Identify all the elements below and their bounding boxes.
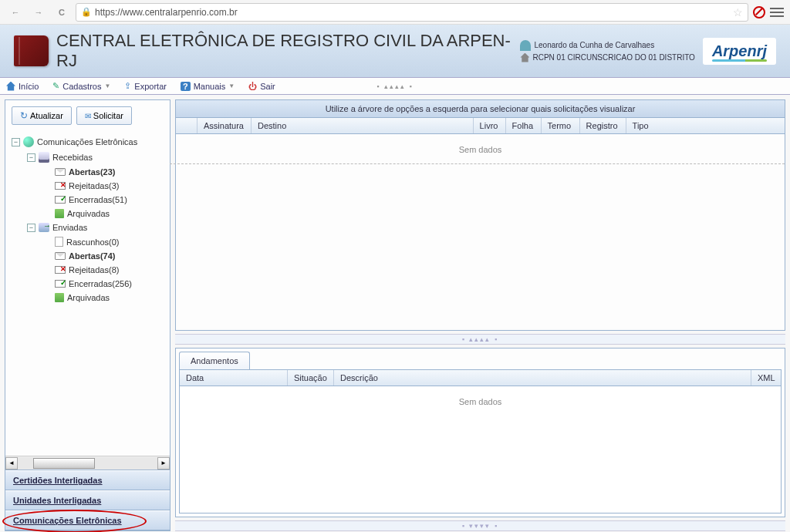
bookmark-star-icon[interactable]: ☆ bbox=[733, 6, 743, 19]
archive-icon bbox=[55, 293, 64, 302]
tab-bar: Andamentos bbox=[176, 348, 785, 369]
blocked-icon[interactable] bbox=[753, 6, 765, 19]
sidebar: ↻Atualizar ✉Solicitar −Comunicações Elet… bbox=[5, 99, 170, 531]
divider bbox=[170, 163, 785, 164]
menu-cadastros[interactable]: ✎Cadastros▼ bbox=[52, 81, 110, 91]
table-headers: Assinatura Destino Livro Folha Termo Reg… bbox=[176, 118, 785, 134]
empty-message: Sem dados bbox=[176, 134, 785, 165]
tree-enviadas-arquivadas[interactable]: Arquivadas bbox=[12, 291, 164, 305]
pencil-icon: ✎ bbox=[52, 81, 59, 91]
scroll-left-button[interactable]: ◄ bbox=[5, 457, 18, 470]
menu-sair[interactable]: ⏻Sair bbox=[248, 82, 275, 91]
splitter-handle[interactable]: ▪ ▴▴▴▴ ▪ bbox=[175, 334, 785, 345]
col-data[interactable]: Data bbox=[180, 370, 288, 386]
reject-icon bbox=[55, 182, 66, 190]
mail-icon bbox=[55, 168, 66, 176]
navigation-tree: −Comunicações Eletrônicas −Recebidas Abe… bbox=[5, 131, 170, 456]
menu-inicio[interactable]: Início bbox=[6, 82, 39, 91]
check-icon bbox=[55, 280, 66, 288]
draft-icon bbox=[55, 237, 63, 247]
detail-headers: Data Situação Descrição XML bbox=[180, 370, 781, 386]
col-folha[interactable]: Folha bbox=[506, 118, 542, 133]
user-icon bbox=[520, 40, 531, 51]
expand-handle[interactable]: ▪ ▴▴▴▴ ▪ bbox=[376, 82, 413, 90]
col-registro[interactable]: Registro bbox=[580, 118, 626, 133]
user-office: RCPN 01 CIRCUNSCRICAO DO 01 DISTRITO bbox=[532, 53, 694, 62]
stack-certidoes[interactable]: Certidões Interligadas bbox=[5, 470, 170, 490]
collapse-icon[interactable]: − bbox=[12, 138, 20, 146]
stack-unidades[interactable]: Unidades Interligadas bbox=[5, 490, 170, 510]
requests-panel: Utilize a árvore de opções a esquerda pa… bbox=[175, 99, 785, 331]
tree-enviadas-abertas[interactable]: Abertas(74) bbox=[12, 249, 164, 263]
collapse-icon[interactable]: − bbox=[27, 153, 35, 162]
col-assinatura[interactable]: Assinatura bbox=[198, 118, 252, 133]
hamburger-menu-icon[interactable] bbox=[770, 8, 784, 17]
back-button[interactable]: ← bbox=[6, 3, 25, 22]
help-icon: ? bbox=[181, 82, 191, 91]
url-text: https://www.centralarpenrio.com.br bbox=[95, 7, 730, 18]
tree-recebidas-abertas[interactable]: Abertas(23) bbox=[12, 165, 164, 179]
col-xml[interactable]: XML bbox=[751, 370, 781, 386]
export-icon: ⇪ bbox=[124, 81, 131, 91]
details-panel: Andamentos Data Situação Descrição XML S… bbox=[175, 348, 785, 517]
tree-enviadas-rejeitadas[interactable]: Rejeitadas(8) bbox=[12, 263, 164, 277]
check-icon bbox=[55, 196, 66, 204]
col-destino[interactable]: Destino bbox=[252, 118, 474, 133]
arpen-logo: Arpenrj bbox=[703, 38, 776, 65]
tree-recebidas-rejeitadas[interactable]: Rejeitadas(3) bbox=[12, 179, 164, 193]
reload-button[interactable]: C bbox=[52, 3, 71, 22]
detail-empty-message: Sem dados bbox=[180, 386, 781, 417]
globe-icon bbox=[23, 136, 34, 147]
tree-root[interactable]: −Comunicações Eletrônicas bbox=[12, 134, 164, 150]
home-icon bbox=[6, 82, 15, 91]
col-descricao[interactable]: Descrição bbox=[334, 370, 751, 386]
scroll-right-button[interactable]: ► bbox=[157, 457, 170, 470]
tree-recebidas-arquivadas[interactable]: Arquivadas bbox=[12, 207, 164, 221]
browser-toolbar: ← → C 🔒 https://www.centralarpenrio.com.… bbox=[0, 0, 790, 25]
stack-comunicacoes[interactable]: Comunicações Eletrônicas bbox=[5, 510, 170, 530]
col-tipo[interactable]: Tipo bbox=[626, 118, 785, 133]
scroll-thumb[interactable] bbox=[33, 458, 95, 469]
reject-icon bbox=[55, 266, 66, 274]
tree-enviadas-encerradas[interactable]: Encerradas(256) bbox=[12, 277, 164, 291]
tree-recebidas-encerradas[interactable]: Encerradas(51) bbox=[12, 193, 164, 207]
refresh-button[interactable]: ↻Atualizar bbox=[12, 106, 72, 125]
menu-bar: Início ✎Cadastros▼ ⇪Exportar ?Manuais▼ ⏻… bbox=[0, 78, 790, 95]
tree-recebidas[interactable]: −Recebidas bbox=[12, 150, 164, 165]
splitter-handle-bottom[interactable]: ▪ ▾▾▾▾ ▪ bbox=[175, 520, 785, 531]
inbox-icon bbox=[39, 152, 49, 163]
col-blank[interactable] bbox=[176, 118, 198, 133]
col-situacao[interactable]: Situação bbox=[288, 370, 334, 386]
panel-instruction: Utilize a árvore de opções a esquerda pa… bbox=[176, 100, 785, 118]
collapse-icon[interactable]: − bbox=[27, 224, 35, 232]
address-bar[interactable]: 🔒 https://www.centralarpenrio.com.br ☆ bbox=[76, 3, 748, 22]
lock-icon: 🔒 bbox=[81, 7, 92, 17]
menu-manuais[interactable]: ?Manuais▼ bbox=[181, 82, 235, 91]
app-header: CENTRAL ELETRÔNICA DE REGISTRO CIVIL DA … bbox=[0, 25, 790, 78]
menu-exportar[interactable]: ⇪Exportar bbox=[124, 81, 167, 91]
tab-content: Data Situação Descrição XML Sem dados bbox=[179, 369, 782, 513]
envelope-icon: ✉ bbox=[85, 112, 91, 120]
col-livro[interactable]: Livro bbox=[474, 118, 506, 133]
horizontal-scrollbar[interactable]: ◄ ► bbox=[5, 456, 170, 470]
power-icon: ⏻ bbox=[248, 82, 257, 91]
tree-enviadas[interactable]: −Enviadas bbox=[12, 221, 164, 234]
archive-icon bbox=[55, 209, 64, 218]
outbox-icon bbox=[39, 223, 49, 232]
user-name: Leonardo da Cunha de Carvalhaes bbox=[534, 41, 654, 49]
accordion-stack: Certidões Interligadas Unidades Interlig… bbox=[5, 470, 170, 530]
mail-icon bbox=[55, 252, 66, 260]
office-icon bbox=[520, 53, 529, 62]
content-area: Utilize a árvore de opções a esquerda pa… bbox=[170, 95, 790, 532]
user-info: Leonardo da Cunha de Carvalhaes RCPN 01 … bbox=[520, 40, 694, 62]
app-title: CENTRAL ELETRÔNICA DE REGISTRO CIVIL DA … bbox=[56, 31, 512, 71]
refresh-icon: ↻ bbox=[20, 110, 28, 121]
col-termo[interactable]: Termo bbox=[542, 118, 580, 133]
book-logo-icon bbox=[14, 35, 49, 66]
forward-button[interactable]: → bbox=[29, 3, 48, 22]
scroll-track[interactable] bbox=[18, 457, 157, 470]
request-button[interactable]: ✉Solicitar bbox=[76, 106, 132, 125]
tab-andamentos[interactable]: Andamentos bbox=[179, 352, 250, 369]
tree-enviadas-rascunhos[interactable]: Rascunhos(0) bbox=[12, 234, 164, 249]
